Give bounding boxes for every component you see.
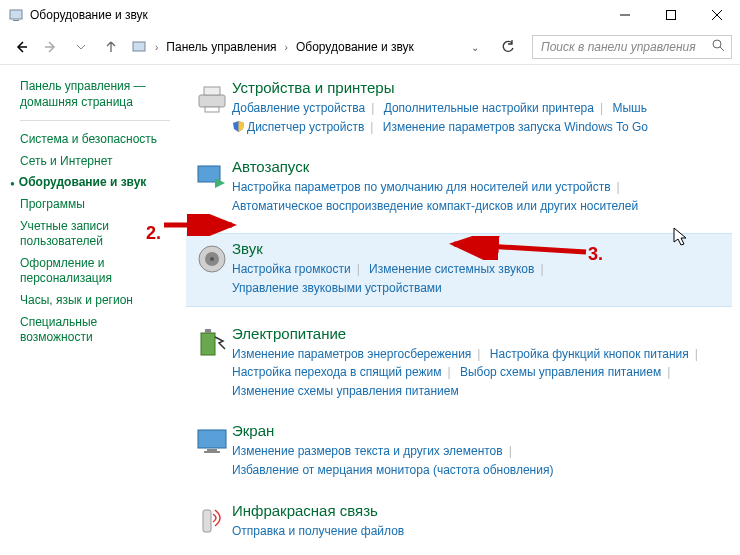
maximize-button[interactable] bbox=[648, 0, 694, 30]
up-arrow-icon bbox=[103, 39, 119, 55]
refresh-icon bbox=[501, 40, 515, 54]
toolbar: › Панель управления › Оборудование и зву… bbox=[0, 30, 740, 64]
sidebar-item-users[interactable]: Учетные записи пользователей bbox=[20, 216, 170, 253]
minimize-button[interactable] bbox=[602, 0, 648, 30]
category-title[interactable]: Электропитание bbox=[232, 325, 726, 342]
svg-point-18 bbox=[210, 257, 214, 261]
back-arrow-icon bbox=[13, 39, 29, 55]
maximize-icon bbox=[666, 10, 676, 20]
svg-rect-13 bbox=[205, 107, 219, 112]
sidebar: Панель управления — домашняя страница Си… bbox=[0, 65, 178, 555]
category-infrared: Инфракрасная связь Отправка и получение … bbox=[192, 498, 726, 545]
link-autoplay-cd[interactable]: Автоматическое воспроизведение компакт-д… bbox=[232, 199, 638, 213]
breadcrumb-dropdown[interactable]: ⌄ bbox=[471, 42, 485, 53]
sound-icon bbox=[192, 240, 232, 297]
window-title: Оборудование и звук bbox=[30, 8, 602, 22]
category-display: Экран Изменение размеров текста и других… bbox=[192, 418, 726, 483]
link-printer-settings[interactable]: Дополнительные настройки принтера bbox=[384, 101, 594, 115]
category-devices: Устройства и принтеры Добавление устройс… bbox=[192, 75, 726, 140]
search-icon[interactable] bbox=[712, 39, 725, 55]
link-refresh-rate[interactable]: Избавление от мерцания монитора (частота… bbox=[232, 463, 553, 477]
display-icon bbox=[192, 422, 232, 479]
infrared-icon bbox=[192, 502, 232, 541]
link-manage-audio-devices[interactable]: Управление звуковыми устройствами bbox=[232, 281, 442, 295]
svg-rect-11 bbox=[199, 95, 225, 107]
svg-rect-22 bbox=[207, 449, 217, 451]
svg-line-10 bbox=[720, 47, 724, 51]
up-button[interactable] bbox=[98, 34, 124, 60]
sidebar-item-clock[interactable]: Часы, язык и регион bbox=[20, 290, 170, 312]
title-bar: Оборудование и звук bbox=[0, 0, 740, 30]
shield-icon bbox=[232, 120, 245, 133]
sidebar-item-network[interactable]: Сеть и Интернет bbox=[20, 151, 170, 173]
category-title[interactable]: Устройства и принтеры bbox=[232, 79, 726, 96]
link-add-device[interactable]: Добавление устройства bbox=[232, 101, 365, 115]
control-panel-small-icon bbox=[131, 39, 147, 55]
forward-arrow-icon bbox=[43, 39, 59, 55]
svg-rect-19 bbox=[201, 333, 215, 355]
svg-rect-1 bbox=[13, 20, 19, 21]
power-icon bbox=[192, 325, 232, 401]
breadcrumb-current[interactable]: Оборудование и звук bbox=[292, 38, 418, 56]
chevron-down-icon bbox=[76, 42, 86, 52]
sidebar-item-appearance[interactable]: Оформление и персонализация bbox=[20, 253, 170, 290]
control-panel-icon bbox=[8, 7, 24, 23]
forward-button[interactable] bbox=[38, 34, 64, 60]
category-title[interactable]: Автозапуск bbox=[232, 158, 726, 175]
svg-rect-23 bbox=[204, 451, 220, 453]
link-sleep[interactable]: Настройка перехода в спящий режим bbox=[232, 365, 441, 379]
link-power-plan-choose[interactable]: Выбор схемы управления питанием bbox=[460, 365, 661, 379]
svg-rect-12 bbox=[204, 87, 220, 95]
search-input[interactable] bbox=[539, 39, 712, 55]
recent-locations-button[interactable] bbox=[68, 34, 94, 60]
close-button[interactable] bbox=[694, 0, 740, 30]
link-system-sounds[interactable]: Изменение системных звуков bbox=[369, 262, 534, 276]
svg-rect-3 bbox=[667, 11, 676, 20]
refresh-button[interactable] bbox=[496, 35, 520, 59]
breadcrumb[interactable]: › Панель управления › Оборудование и зву… bbox=[128, 35, 488, 59]
devices-printers-icon bbox=[192, 79, 232, 136]
link-autoplay-defaults[interactable]: Настройка параметров по умолчанию для но… bbox=[232, 180, 611, 194]
category-title[interactable]: Звук bbox=[232, 240, 726, 257]
separator bbox=[20, 120, 170, 121]
sidebar-item-hardware[interactable]: Оборудование и звук bbox=[20, 172, 170, 194]
link-device-manager[interactable]: Диспетчер устройств bbox=[247, 120, 364, 134]
category-title[interactable]: Инфракрасная связь bbox=[232, 502, 726, 519]
minimize-icon bbox=[620, 10, 630, 20]
svg-rect-8 bbox=[133, 42, 145, 51]
link-windows-togo[interactable]: Изменение параметров запуска Windows To … bbox=[383, 120, 648, 134]
category-power: Электропитание Изменение параметров энер… bbox=[192, 321, 726, 405]
svg-point-9 bbox=[713, 40, 721, 48]
svg-rect-0 bbox=[10, 10, 22, 19]
svg-line-4 bbox=[712, 10, 722, 20]
close-icon bbox=[712, 10, 722, 20]
svg-line-5 bbox=[712, 10, 722, 20]
category-autoplay: Автозапуск Настройка параметров по умолч… bbox=[192, 154, 726, 219]
breadcrumb-root[interactable]: Панель управления bbox=[162, 38, 280, 56]
link-power-buttons[interactable]: Настройка функций кнопок питания bbox=[490, 347, 689, 361]
search-box[interactable] bbox=[532, 35, 732, 59]
sidebar-item-programs[interactable]: Программы bbox=[20, 194, 170, 216]
autoplay-icon bbox=[192, 158, 232, 215]
category-sound: Звук Настройка громкости| Изменение сист… bbox=[186, 233, 732, 306]
svg-rect-21 bbox=[198, 430, 226, 448]
svg-rect-20 bbox=[205, 329, 211, 333]
link-power-plan-edit[interactable]: Изменение схемы управления питанием bbox=[232, 384, 459, 398]
link-power-settings[interactable]: Изменение параметров энергосбережения bbox=[232, 347, 471, 361]
svg-rect-24 bbox=[203, 510, 211, 532]
sidebar-item-accessibility[interactable]: Специальные возможности bbox=[20, 312, 170, 349]
sidebar-item-system[interactable]: Система и безопасность bbox=[20, 129, 170, 151]
link-volume[interactable]: Настройка громкости bbox=[232, 262, 351, 276]
control-panel-home[interactable]: Панель управления — домашняя страница bbox=[20, 79, 170, 110]
back-button[interactable] bbox=[8, 34, 34, 60]
chevron-right-icon[interactable]: › bbox=[281, 42, 292, 53]
link-text-size[interactable]: Изменение размеров текста и других элеме… bbox=[232, 444, 503, 458]
link-mouse[interactable]: Мышь bbox=[612, 101, 647, 115]
mouse-cursor-icon bbox=[673, 227, 689, 247]
chevron-right-icon[interactable]: › bbox=[151, 42, 162, 53]
category-title[interactable]: Экран bbox=[232, 422, 726, 439]
main-content: Устройства и принтеры Добавление устройс… bbox=[178, 65, 740, 555]
link-send-receive[interactable]: Отправка и получение файлов bbox=[232, 524, 404, 538]
